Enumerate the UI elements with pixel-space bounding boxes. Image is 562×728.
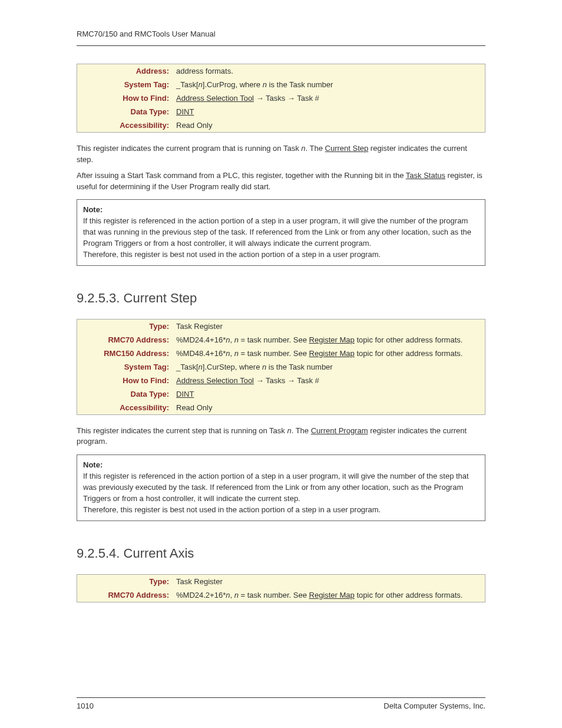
text: . The [292,426,311,435]
prop-value: Address Selection Tool → Tasks → Task # [173,91,485,105]
var-n: n [234,349,239,358]
dint-link[interactable]: DINT [176,107,194,116]
property-table-1: Address: address formats. System Tag: _T… [77,64,485,133]
prop-value: %MD24.2+16*n, n = task number. See Regis… [173,588,485,602]
var-n: n [263,80,267,89]
note-title: Note: [83,205,479,216]
text: After issuing a Start Task command from … [77,171,406,180]
var-n: n [287,426,291,435]
prop-label: System Tag: [77,360,173,374]
text: → Tasks → Task # [254,376,319,385]
prop-value: Address Selection Tool → Tasks → Task # [173,374,485,387]
text: is the Task number [266,363,332,371]
address-selection-link[interactable]: Address Selection Tool [176,376,254,385]
note-body: If this register is referenced in the ac… [83,471,479,505]
prop-label: Accessibility: [77,401,173,414]
text: _Task[ [176,80,199,89]
text: , [230,335,234,344]
text: %MD24.4+16* [176,335,226,344]
text: , [230,591,234,599]
dint-link[interactable]: DINT [176,390,194,398]
register-map-link[interactable]: Register Map [309,591,355,599]
table-row: Type: Task Register [77,319,485,333]
prop-value: %MD24.4+16*n, n = task number. See Regis… [173,333,485,347]
table-row: How to Find: Address Selection Tool → Ta… [77,374,485,387]
table-row: System Tag: _Task[n].CurProg, where n is… [77,78,485,91]
prop-value: _Task[n].CurStep, where n is the Task nu… [173,360,485,374]
prop-label: Data Type: [77,105,173,118]
property-table-2: Type: Task Register RMC70 Address: %MD24… [77,319,485,415]
prop-label: RMC70 Address: [77,333,173,347]
prop-label: RMC150 Address: [77,347,173,360]
table-row: Address: address formats. [77,64,485,78]
body-paragraphs-2: This register indicates the current step… [77,426,485,448]
current-step-link[interactable]: Current Step [325,144,369,153]
prop-value: %MD48.4+16*n, n = task number. See Regis… [173,347,485,360]
text: topic for other address formats. [355,349,463,358]
current-program-link[interactable]: Current Program [311,426,368,435]
text: → Tasks → Task # [254,94,319,103]
prop-label: How to Find: [77,91,173,105]
footer-company: Delta Computer Systems, Inc. [384,701,485,710]
text: _Task[ [176,363,199,371]
prop-value: DINT [173,387,485,401]
prop-label: System Tag: [77,78,173,91]
table-row: Data Type: DINT [77,105,485,118]
var-n: n [199,80,203,89]
prop-value: Read Only [173,118,485,132]
prop-label: Address: [77,64,173,78]
address-selection-link[interactable]: Address Selection Tool [176,94,254,103]
note-box-2: Note: If this register is referenced in … [77,454,485,521]
register-map-link[interactable]: Register Map [309,335,355,344]
body-paragraphs-1: This register indicates the current prog… [77,143,485,192]
table-row: RMC70 Address: %MD24.2+16*n, n = task nu… [77,588,485,602]
table-row: How to Find: Address Selection Tool → Ta… [77,91,485,105]
table-row: Data Type: DINT [77,387,485,401]
prop-value: _Task[n].CurProg, where n is the Task nu… [173,78,485,91]
prop-label: Type: [77,319,173,333]
prop-value: address formats. [173,64,485,78]
prop-value: Read Only [173,401,485,414]
var-n: n [301,144,305,153]
note-title: Note: [83,460,479,471]
prop-label: RMC70 Address: [77,588,173,602]
text: ].CurProg, where [203,80,263,89]
task-status-link[interactable]: Task Status [406,171,445,180]
var-n: n [234,591,239,599]
text: ].CurStep, where [203,363,262,371]
page-header: RMC70/150 and RMCTools User Manual [77,29,485,42]
note-body: If this register is referenced in the ac… [83,216,479,249]
table-row: System Tag: _Task[n].CurStep, where n is… [77,360,485,374]
text: topic for other address formats. [355,591,463,599]
prop-label: Data Type: [77,387,173,401]
prop-value: Task Register [173,319,485,333]
section-heading-current-axis: 9.2.5.4. Current Axis [77,546,485,561]
prop-label: How to Find: [77,374,173,387]
table-row: RMC70 Address: %MD24.4+16*n, n = task nu… [77,333,485,347]
section-heading-current-step: 9.2.5.3. Current Step [77,291,485,306]
register-map-link[interactable]: Register Map [309,349,355,358]
prop-label: Accessibility: [77,118,173,132]
table-row: Accessibility: Read Only [77,118,485,132]
property-table-3: Type: Task Register RMC70 Address: %MD24… [77,574,485,602]
var-n: n [199,363,203,371]
text: topic for other address formats. [355,335,463,344]
page-footer: 1010 Delta Computer Systems, Inc. [77,694,485,711]
text: This register indicates the current prog… [77,144,301,153]
prop-value: Task Register [173,575,485,588]
table-row: Type: Task Register [77,575,485,588]
text: %MD48.4+16* [176,349,226,358]
text: = task number. See [239,349,309,358]
var-n: n [234,335,239,344]
prop-value: DINT [173,105,485,118]
header-rule [77,45,485,46]
text: . The [306,144,325,153]
page-number: 1010 [77,701,94,710]
text: This register indicates the current step… [77,426,287,435]
note-box-1: Note: If this register is referenced in … [77,199,485,265]
prop-label: Type: [77,575,173,588]
text: %MD24.2+16* [176,591,226,599]
text: , [230,349,234,358]
text: = task number. See [239,335,309,344]
note-body: Therefore, this register is best not use… [83,505,479,516]
